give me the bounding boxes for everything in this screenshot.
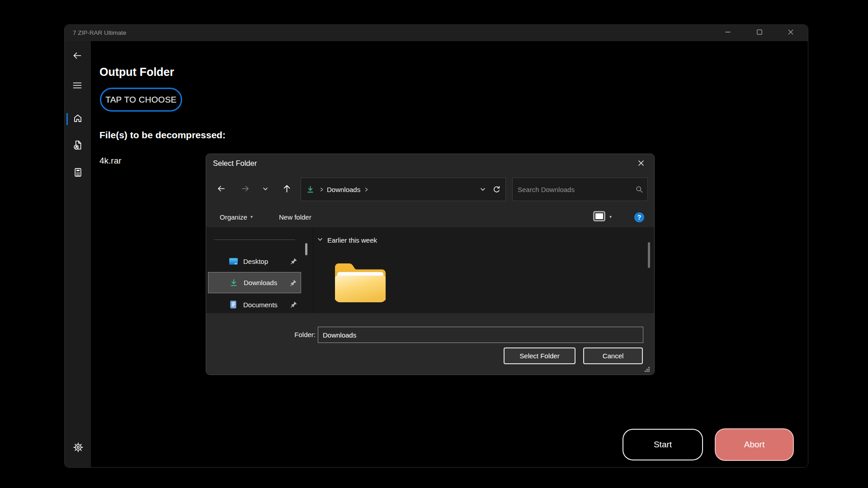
abort-button[interactable]: Abort xyxy=(715,428,794,461)
resize-grip[interactable] xyxy=(648,371,650,372)
chevron-down-icon xyxy=(262,186,269,193)
folder-icon xyxy=(331,299,389,307)
maximize-button[interactable] xyxy=(749,25,770,41)
tree-separator xyxy=(214,239,295,240)
tree-item-label: Documents xyxy=(243,301,278,309)
files-to-decompress-label: File(s) to be decompressed: xyxy=(99,130,226,141)
titlebar: 7 ZIP-RAR Ultimate xyxy=(65,25,808,41)
extract-file-icon xyxy=(72,140,83,152)
sidebar-item-calculator[interactable] xyxy=(69,164,87,182)
tree-item-downloads[interactable]: Downloads xyxy=(208,272,301,293)
gear-icon xyxy=(73,442,84,455)
page-title: Output Folder xyxy=(99,66,174,79)
menu-button[interactable] xyxy=(68,77,86,95)
start-button[interactable]: Start xyxy=(623,429,703,460)
tree-scrollbar[interactable] xyxy=(305,243,307,255)
tree-item-label: Desktop xyxy=(243,258,268,265)
home-icon xyxy=(72,113,83,126)
active-item-indicator xyxy=(66,113,68,125)
back-arrow-icon xyxy=(217,184,226,195)
breadcrumb-chevron-icon[interactable] xyxy=(361,182,371,197)
folder-label: Folder: xyxy=(283,331,316,338)
nav-back-button[interactable] xyxy=(213,182,229,197)
search-input[interactable] xyxy=(513,178,632,201)
view-options-button[interactable]: ▾ xyxy=(593,210,612,224)
minimize-button[interactable] xyxy=(717,25,738,41)
caret-down-icon: ▾ xyxy=(609,215,612,219)
address-dropdown-button[interactable] xyxy=(476,182,490,197)
sidebar xyxy=(65,41,91,468)
select-folder-button[interactable]: Select Folder xyxy=(504,347,576,364)
list-scrollbar[interactable] xyxy=(648,242,650,268)
up-arrow-icon xyxy=(282,184,292,195)
refresh-button[interactable] xyxy=(490,182,503,197)
organize-label: Organize xyxy=(220,213,247,221)
tree-item-documents[interactable]: Documents xyxy=(208,294,301,313)
app-title: 7 ZIP-RAR Ultimate xyxy=(73,25,127,41)
pane-divider xyxy=(313,227,313,313)
download-icon xyxy=(228,278,239,287)
cancel-button[interactable]: Cancel xyxy=(583,347,643,364)
search-box xyxy=(512,178,648,201)
pin-icon[interactable] xyxy=(290,279,297,286)
dialog-title: Select Folder xyxy=(213,159,257,168)
folder-item[interactable] xyxy=(331,259,389,305)
view-icon xyxy=(593,211,605,223)
group-header: Earlier this week xyxy=(317,236,377,244)
folder-name-input[interactable] xyxy=(318,327,643,343)
file-name: 4k.rar xyxy=(99,156,122,166)
desktop-background: 7 ZIP-RAR Ultimate xyxy=(0,0,868,488)
nav-up-button[interactable] xyxy=(278,182,295,197)
breadcrumb-segment[interactable]: Downloads xyxy=(326,186,361,193)
maximize-icon xyxy=(756,28,763,38)
desktop-icon xyxy=(228,257,239,266)
close-button[interactable] xyxy=(780,25,801,41)
group-header-label: Earlier this week xyxy=(327,236,377,244)
calculator-icon xyxy=(73,167,83,179)
sidebar-item-home[interactable] xyxy=(69,110,87,128)
new-folder-label: New folder xyxy=(279,213,311,221)
documents-icon xyxy=(228,300,239,309)
dialog-close-button[interactable] xyxy=(632,156,651,171)
pin-icon[interactable] xyxy=(290,301,297,308)
settings-button[interactable] xyxy=(69,439,87,457)
help-button[interactable]: ? xyxy=(634,212,644,222)
recent-locations-button[interactable] xyxy=(257,182,274,197)
sidebar-item-extract[interactable] xyxy=(69,137,87,155)
downloads-location-icon xyxy=(303,182,317,197)
pin-icon[interactable] xyxy=(290,258,297,265)
nav-forward-button[interactable] xyxy=(237,182,253,197)
dialog-footer: Folder: Select Folder Cancel xyxy=(206,313,654,375)
search-icon xyxy=(632,182,646,197)
caret-down-icon: ▾ xyxy=(250,215,253,219)
tree-item-desktop[interactable]: Desktop xyxy=(208,251,301,272)
close-icon xyxy=(787,28,794,38)
back-button[interactable] xyxy=(68,47,86,66)
tap-to-choose-button[interactable]: TAP TO CHOOSE xyxy=(100,88,182,112)
hamburger-icon xyxy=(72,80,82,92)
address-bar[interactable]: Downloads xyxy=(301,178,506,201)
back-arrow-icon xyxy=(72,50,83,63)
organize-button[interactable]: Organize ▾ xyxy=(220,210,253,224)
chevron-down-icon[interactable] xyxy=(317,236,323,244)
tree-item-label: Downloads xyxy=(244,279,277,286)
select-folder-dialog: Select Folder Downloads xyxy=(206,154,655,375)
forward-arrow-icon xyxy=(241,184,250,195)
breadcrumb-chevron-icon xyxy=(317,182,326,197)
minimize-icon xyxy=(724,28,731,38)
new-folder-button[interactable]: New folder xyxy=(279,210,311,224)
close-icon xyxy=(637,159,645,169)
dialog-body: Desktop Downloads Documents Earlier this… xyxy=(206,227,654,313)
